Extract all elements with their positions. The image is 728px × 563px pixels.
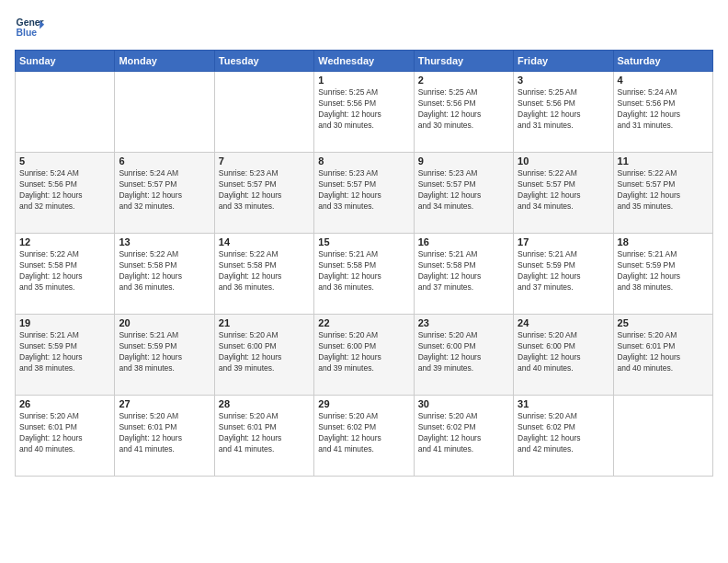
- day-cell: [115, 72, 214, 153]
- day-number: 2: [418, 75, 509, 86]
- day-cell: 23Sunrise: 5:20 AM Sunset: 6:00 PM Dayli…: [414, 315, 513, 396]
- day-info: Sunrise: 5:20 AM Sunset: 6:01 PM Dayligh…: [219, 411, 310, 455]
- day-info: Sunrise: 5:25 AM Sunset: 5:56 PM Dayligh…: [318, 87, 409, 132]
- day-info: Sunrise: 5:20 AM Sunset: 6:00 PM Dayligh…: [418, 330, 509, 374]
- day-info: Sunrise: 5:24 AM Sunset: 5:56 PM Dayligh…: [19, 168, 110, 213]
- day-cell: [16, 72, 115, 153]
- day-info: Sunrise: 5:21 AM Sunset: 5:59 PM Dayligh…: [618, 249, 709, 293]
- day-cell: 5Sunrise: 5:24 AM Sunset: 5:56 PM Daylig…: [16, 153, 115, 234]
- day-number: 25: [618, 317, 709, 328]
- day-number: 28: [219, 398, 310, 409]
- week-row-4: 19Sunrise: 5:21 AM Sunset: 5:59 PM Dayli…: [16, 315, 713, 396]
- day-info: Sunrise: 5:20 AM Sunset: 6:02 PM Dayligh…: [418, 411, 509, 455]
- day-cell: 6Sunrise: 5:24 AM Sunset: 5:57 PM Daylig…: [115, 153, 214, 234]
- header-wednesday: Wednesday: [314, 51, 414, 72]
- week-row-3: 12Sunrise: 5:22 AM Sunset: 5:58 PM Dayli…: [16, 234, 713, 315]
- general-blue-logo-icon: General Blue: [15, 13, 44, 42]
- day-cell: 31Sunrise: 5:20 AM Sunset: 6:02 PM Dayli…: [514, 396, 613, 477]
- calendar-body: 1Sunrise: 5:25 AM Sunset: 5:56 PM Daylig…: [16, 72, 713, 477]
- day-info: Sunrise: 5:25 AM Sunset: 5:56 PM Dayligh…: [518, 87, 609, 132]
- day-cell: 29Sunrise: 5:20 AM Sunset: 6:02 PM Dayli…: [314, 396, 414, 477]
- day-info: Sunrise: 5:20 AM Sunset: 6:00 PM Dayligh…: [318, 330, 409, 374]
- day-info: Sunrise: 5:20 AM Sunset: 6:02 PM Dayligh…: [318, 411, 409, 455]
- day-cell: 8Sunrise: 5:23 AM Sunset: 5:57 PM Daylig…: [314, 153, 414, 234]
- week-row-2: 5Sunrise: 5:24 AM Sunset: 5:56 PM Daylig…: [16, 153, 713, 234]
- day-cell: 10Sunrise: 5:22 AM Sunset: 5:57 PM Dayli…: [514, 153, 613, 234]
- day-number: 4: [618, 75, 709, 86]
- week-row-5: 26Sunrise: 5:20 AM Sunset: 6:01 PM Dayli…: [16, 396, 713, 477]
- day-cell: 20Sunrise: 5:21 AM Sunset: 5:59 PM Dayli…: [115, 315, 214, 396]
- day-cell: [613, 396, 712, 477]
- day-cell: 4Sunrise: 5:24 AM Sunset: 5:56 PM Daylig…: [613, 72, 712, 153]
- day-number: 20: [119, 317, 210, 328]
- day-number: 5: [19, 155, 110, 167]
- day-number: 27: [119, 398, 210, 409]
- day-info: Sunrise: 5:23 AM Sunset: 5:57 PM Dayligh…: [219, 168, 310, 213]
- header: General Blue: [15, 13, 713, 42]
- logo: General Blue: [15, 13, 44, 42]
- header-tuesday: Tuesday: [214, 51, 313, 72]
- day-info: Sunrise: 5:22 AM Sunset: 5:58 PM Dayligh…: [219, 249, 310, 293]
- day-number: 19: [19, 317, 110, 328]
- day-number: 22: [318, 317, 409, 328]
- day-cell: 18Sunrise: 5:21 AM Sunset: 5:59 PM Dayli…: [613, 234, 712, 315]
- day-number: 8: [318, 155, 409, 167]
- day-number: 11: [618, 155, 709, 167]
- day-cell: 24Sunrise: 5:20 AM Sunset: 6:00 PM Dayli…: [514, 315, 613, 396]
- day-info: Sunrise: 5:25 AM Sunset: 5:56 PM Dayligh…: [418, 87, 509, 132]
- day-number: 1: [318, 75, 409, 86]
- day-info: Sunrise: 5:20 AM Sunset: 6:02 PM Dayligh…: [518, 411, 609, 455]
- day-cell: 15Sunrise: 5:21 AM Sunset: 5:58 PM Dayli…: [314, 234, 414, 315]
- header-friday: Friday: [514, 51, 613, 72]
- day-cell: 26Sunrise: 5:20 AM Sunset: 6:01 PM Dayli…: [16, 396, 115, 477]
- day-number: 7: [219, 155, 310, 167]
- day-info: Sunrise: 5:21 AM Sunset: 5:58 PM Dayligh…: [318, 249, 409, 293]
- day-info: Sunrise: 5:21 AM Sunset: 5:59 PM Dayligh…: [19, 330, 110, 374]
- day-info: Sunrise: 5:23 AM Sunset: 5:57 PM Dayligh…: [318, 168, 409, 213]
- day-info: Sunrise: 5:22 AM Sunset: 5:58 PM Dayligh…: [119, 249, 210, 293]
- day-cell: 19Sunrise: 5:21 AM Sunset: 5:59 PM Dayli…: [16, 315, 115, 396]
- header-row: Sunday Monday Tuesday Wednesday Thursday…: [16, 51, 713, 72]
- day-cell: 27Sunrise: 5:20 AM Sunset: 6:01 PM Dayli…: [115, 396, 214, 477]
- day-cell: 7Sunrise: 5:23 AM Sunset: 5:57 PM Daylig…: [214, 153, 313, 234]
- day-info: Sunrise: 5:22 AM Sunset: 5:58 PM Dayligh…: [19, 249, 110, 293]
- day-cell: 3Sunrise: 5:25 AM Sunset: 5:56 PM Daylig…: [514, 72, 613, 153]
- day-cell: 28Sunrise: 5:20 AM Sunset: 6:01 PM Dayli…: [214, 396, 313, 477]
- day-number: 14: [219, 236, 310, 247]
- day-cell: 12Sunrise: 5:22 AM Sunset: 5:58 PM Dayli…: [16, 234, 115, 315]
- day-info: Sunrise: 5:24 AM Sunset: 5:57 PM Dayligh…: [119, 168, 210, 213]
- day-cell: 1Sunrise: 5:25 AM Sunset: 5:56 PM Daylig…: [314, 72, 414, 153]
- header-thursday: Thursday: [414, 51, 513, 72]
- day-cell: 9Sunrise: 5:23 AM Sunset: 5:57 PM Daylig…: [414, 153, 513, 234]
- day-cell: 25Sunrise: 5:20 AM Sunset: 6:01 PM Dayli…: [613, 315, 712, 396]
- day-number: 9: [418, 155, 509, 167]
- day-cell: [214, 72, 313, 153]
- day-info: Sunrise: 5:20 AM Sunset: 6:01 PM Dayligh…: [618, 330, 709, 374]
- header-monday: Monday: [115, 51, 214, 72]
- day-number: 12: [19, 236, 110, 247]
- page: General Blue Sunday Monday Tuesday Wedne…: [0, 0, 728, 563]
- svg-text:Blue: Blue: [17, 28, 38, 38]
- day-info: Sunrise: 5:20 AM Sunset: 6:00 PM Dayligh…: [518, 330, 609, 374]
- day-number: 29: [318, 398, 409, 409]
- day-cell: 14Sunrise: 5:22 AM Sunset: 5:58 PM Dayli…: [214, 234, 313, 315]
- day-number: 24: [518, 317, 609, 328]
- day-info: Sunrise: 5:20 AM Sunset: 6:01 PM Dayligh…: [119, 411, 210, 455]
- day-number: 17: [518, 236, 609, 247]
- day-number: 30: [418, 398, 509, 409]
- day-info: Sunrise: 5:22 AM Sunset: 5:57 PM Dayligh…: [518, 168, 609, 213]
- day-info: Sunrise: 5:23 AM Sunset: 5:57 PM Dayligh…: [418, 168, 509, 213]
- day-cell: 11Sunrise: 5:22 AM Sunset: 5:57 PM Dayli…: [613, 153, 712, 234]
- day-number: 16: [418, 236, 509, 247]
- calendar-header: Sunday Monday Tuesday Wednesday Thursday…: [16, 51, 713, 72]
- header-sunday: Sunday: [16, 51, 115, 72]
- day-number: 31: [518, 398, 609, 409]
- day-cell: 30Sunrise: 5:20 AM Sunset: 6:02 PM Dayli…: [414, 396, 513, 477]
- day-number: 18: [618, 236, 709, 247]
- day-cell: 13Sunrise: 5:22 AM Sunset: 5:58 PM Dayli…: [115, 234, 214, 315]
- day-number: 21: [219, 317, 310, 328]
- day-info: Sunrise: 5:22 AM Sunset: 5:57 PM Dayligh…: [618, 168, 709, 213]
- day-number: 6: [119, 155, 210, 167]
- day-info: Sunrise: 5:20 AM Sunset: 6:01 PM Dayligh…: [19, 411, 110, 455]
- day-number: 3: [518, 75, 609, 86]
